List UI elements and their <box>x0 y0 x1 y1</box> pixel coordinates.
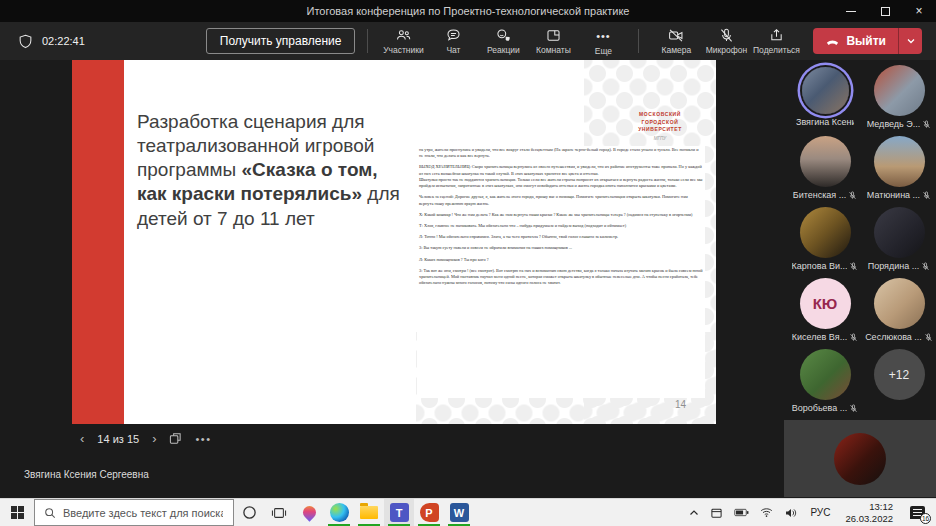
participants-grid: Звягина Ксени... Медведь Э... Битенская … <box>788 63 936 418</box>
more-button[interactable]: ••• Еще <box>580 25 626 58</box>
university-logo: МОСКОВСКИЙ ГОРОДСКОЙ УНИВЕРСИТЕТ МГПУ <box>620 86 700 166</box>
time: 13:12 <box>845 501 893 513</box>
participant-name: Киселев Вя... <box>792 332 847 342</box>
battery-button[interactable] <box>730 499 753 526</box>
hang-up-icon <box>825 34 840 49</box>
chat-button[interactable]: Чат <box>430 25 476 57</box>
share-label: Поделиться <box>753 45 800 55</box>
script-paragraph: Шкатулки просто так не поддаются храните… <box>419 177 703 189</box>
participant-name: Битенская ... <box>793 190 846 200</box>
participant-tile[interactable]: КЮ Киселев Вя... <box>788 276 862 347</box>
clock[interactable]: 13:12 26.03.2022 <box>839 501 899 525</box>
system-tray: РУС 13:12 26.03.2022 16 <box>685 499 936 526</box>
taskbar-app-drop[interactable] <box>294 499 324 526</box>
next-slide-button[interactable]: › <box>152 432 156 445</box>
meeting-timer: 02:22:41 <box>42 35 85 47</box>
chat-label: Чат <box>446 45 460 55</box>
slide-script-text: на утро, жители проснулись и увидели, чт… <box>417 146 705 398</box>
script-paragraph: З: Так вот же они, смотри ! (все смотрят… <box>419 268 703 287</box>
taskbar-search[interactable] <box>34 499 234 526</box>
show-hidden-icons-button[interactable] <box>685 499 703 526</box>
leave-button[interactable]: Выйти <box>813 28 898 54</box>
participants-label: Участники <box>383 45 424 55</box>
slide-pagination: ‹ 14 из 15 › ••• <box>80 432 212 445</box>
volume-button[interactable] <box>780 499 801 526</box>
participant-tile[interactable]: Звягина Ксени... <box>788 63 862 134</box>
script-paragraph: З: Вы такую суету навели и совсем не обр… <box>419 245 703 251</box>
share-button[interactable]: Поделиться <box>753 25 799 57</box>
language-indicator[interactable]: РУС <box>804 507 836 518</box>
start-button[interactable] <box>0 499 34 526</box>
microphone-toggle-button[interactable]: Микрофон <box>703 25 749 57</box>
drop-app-icon <box>300 503 318 521</box>
shared-slide[interactable]: Разработка сценария для театрализованной… <box>72 60 716 424</box>
mic-muted-icon <box>922 191 931 200</box>
take-control-button[interactable]: Получить управление <box>206 28 356 54</box>
participant-tile[interactable]: Карпова Ви... <box>788 205 862 276</box>
reactions-icon <box>495 27 512 44</box>
participant-name: Воробьева ... <box>792 403 848 413</box>
toolbar-devices: Камера Микрофон Поделиться Выйти <box>653 25 926 57</box>
taskbar-app-explorer[interactable] <box>354 499 384 526</box>
toolbar-center: Получить управление Участники Чат Реакци… <box>206 25 648 58</box>
previous-slide-button[interactable]: ‹ <box>80 432 84 445</box>
participant-name: Сеслюкова ... <box>865 332 922 342</box>
battery-icon <box>734 507 749 518</box>
cortana-button[interactable] <box>234 499 264 526</box>
search-input[interactable] <box>63 507 223 519</box>
pop-out-button[interactable] <box>169 432 182 445</box>
mic-muted-icon <box>849 404 858 413</box>
participant-tile[interactable]: Медведь Э... <box>862 63 936 134</box>
pagination-more-button[interactable]: ••• <box>195 433 211 445</box>
task-view-button[interactable] <box>264 499 294 526</box>
avatar <box>874 65 925 116</box>
script-paragraph: ВЫХОД ХРАНИТЕЛЬНИЦ: Скоро хранительницы … <box>419 164 703 176</box>
reactions-label: Реакции <box>487 45 520 55</box>
more-icon: ••• <box>596 27 611 45</box>
participant-tile[interactable]: Битенская ... <box>788 134 862 205</box>
slide-accent-bar <box>72 60 124 424</box>
window-icon <box>710 507 723 519</box>
logo-subtitle: МГПУ <box>654 136 666 141</box>
taskbar-app-powerpoint[interactable]: P <box>414 499 444 526</box>
taskbar-app-edge[interactable] <box>324 499 354 526</box>
camera-label: Камера <box>662 45 692 55</box>
self-view-tile[interactable] <box>784 420 936 497</box>
script-paragraph: Л: Каких помощников ? Ты про кого ? <box>419 257 703 263</box>
taskbar-app-teams[interactable]: T <box>384 499 414 526</box>
close-icon: × <box>915 4 922 18</box>
overflow-participants-tile[interactable]: +12 <box>862 347 936 418</box>
wifi-button[interactable] <box>756 499 777 526</box>
participant-tile[interactable]: Воробьева ... <box>788 347 862 418</box>
rooms-button[interactable]: Комнаты <box>530 25 576 57</box>
participant-name: Карпова Ви... <box>792 261 848 271</box>
tray-window-button[interactable] <box>706 499 727 526</box>
mic-muted-icon <box>849 262 858 271</box>
participants-button[interactable]: Участники <box>380 25 426 57</box>
camera-toggle-button[interactable]: Камера <box>653 25 699 57</box>
avatar <box>800 207 851 258</box>
leave-options-button[interactable] <box>898 28 922 54</box>
microphone-label: Микрофон <box>706 45 747 55</box>
script-paragraph: Х: Какой кошмар ! Что же нам делать ? Ка… <box>419 212 703 218</box>
mic-muted-icon <box>924 333 933 342</box>
window-titlebar: Итоговая конференция по Проектно-техноло… <box>0 0 936 22</box>
participant-tile[interactable]: Порядина ... <box>862 205 936 276</box>
close-button[interactable]: × <box>902 0 936 22</box>
avatar <box>800 349 851 400</box>
script-paragraph: Т: Хлоя, главное не паниковать. Мы обяза… <box>419 223 703 229</box>
meeting-toolbar: 02:22:41 Получить управление Участники Ч… <box>0 22 936 60</box>
participant-tile[interactable]: Сеслюкова ... <box>862 276 936 347</box>
maximize-button[interactable] <box>868 0 902 22</box>
logo-line: ГОРОДСКОЙ <box>642 119 679 127</box>
shield-icon <box>18 34 33 49</box>
participant-name: Звягина Ксени... <box>796 117 854 127</box>
action-center-button[interactable]: 16 <box>902 499 932 526</box>
minimize-button[interactable] <box>834 0 868 22</box>
reactions-button[interactable]: Реакции <box>480 25 526 57</box>
taskbar-app-word[interactable]: W <box>444 499 474 526</box>
slide-page-indicator: 14 из 15 <box>97 433 139 445</box>
participant-tile[interactable]: Матюнина ... <box>862 134 936 205</box>
avatar <box>874 136 925 187</box>
logo-line: МОСКОВСКИЙ <box>639 111 681 119</box>
